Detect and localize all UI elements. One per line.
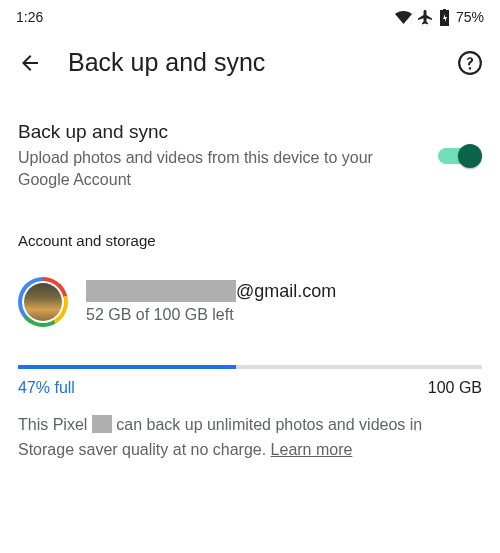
setting-title: Back up and sync [18, 121, 426, 143]
battery-icon [439, 9, 450, 26]
status-right: 75% [395, 9, 484, 26]
progress-fill [18, 365, 236, 369]
backup-sync-toggle[interactable] [438, 144, 482, 168]
avatar-ring [18, 277, 68, 327]
storage-progress: 47% full 100 GB [0, 337, 500, 397]
arrow-back-icon [18, 51, 42, 75]
section-header: Account and storage [0, 204, 500, 267]
backup-sync-setting[interactable]: Back up and sync Upload photos and video… [0, 97, 500, 204]
battery-percent: 75% [456, 9, 484, 25]
learn-more-link[interactable]: Learn more [271, 441, 353, 458]
footer-prefix: This Pixel [18, 416, 92, 433]
percent-full: 47% full [18, 379, 75, 397]
airplane-icon [418, 10, 433, 25]
status-time: 1:26 [16, 9, 43, 25]
storage-total: 100 GB [428, 379, 482, 397]
help-icon [457, 50, 483, 76]
help-button[interactable] [456, 49, 484, 77]
redacted-model [92, 415, 112, 433]
app-bar: Back up and sync [0, 28, 500, 97]
status-bar: 1:26 75% [0, 0, 500, 28]
footer-note: This Pixel can back up unlimited photos … [0, 397, 500, 463]
page-title: Back up and sync [68, 48, 432, 77]
progress-bar [18, 365, 482, 369]
email-suffix: @gmail.com [236, 281, 336, 302]
account-row[interactable]: @gmail.com 52 GB of 100 GB left [0, 267, 500, 337]
setting-description: Upload photos and videos from this devic… [18, 147, 426, 190]
account-email: @gmail.com [86, 280, 482, 302]
avatar [24, 283, 62, 321]
back-button[interactable] [16, 49, 44, 77]
wifi-icon [395, 11, 412, 24]
storage-remaining: 52 GB of 100 GB left [86, 306, 482, 324]
redacted-username [86, 280, 236, 302]
